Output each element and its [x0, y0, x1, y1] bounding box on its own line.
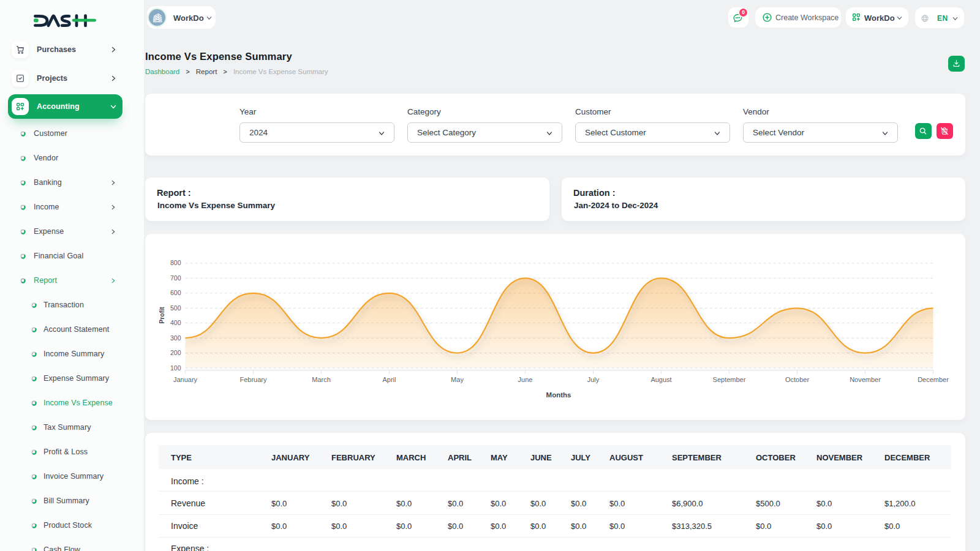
svg-text:November: November — [850, 376, 881, 383]
svg-text:April: April — [382, 376, 396, 383]
svg-text:800: 800 — [170, 259, 181, 266]
svg-text:200: 200 — [170, 349, 181, 356]
svg-text:December: December — [918, 376, 949, 383]
svg-text:Profit: Profit — [158, 307, 165, 324]
svg-text:600: 600 — [170, 289, 181, 296]
svg-text:September: September — [713, 376, 746, 383]
svg-text:May: May — [451, 376, 464, 383]
svg-text:400: 400 — [170, 319, 181, 326]
svg-text:100: 100 — [170, 364, 181, 372]
svg-text:July: July — [587, 376, 600, 383]
svg-text:June: June — [518, 376, 533, 383]
svg-text:March: March — [312, 376, 331, 383]
svg-text:August: August — [650, 376, 671, 383]
svg-text:500: 500 — [170, 304, 181, 312]
svg-text:Months: Months — [546, 391, 571, 399]
svg-text:700: 700 — [170, 274, 181, 282]
svg-text:300: 300 — [170, 334, 181, 342]
svg-text:February: February — [239, 376, 267, 383]
svg-text:January: January — [173, 376, 198, 383]
svg-text:October: October — [785, 376, 809, 383]
